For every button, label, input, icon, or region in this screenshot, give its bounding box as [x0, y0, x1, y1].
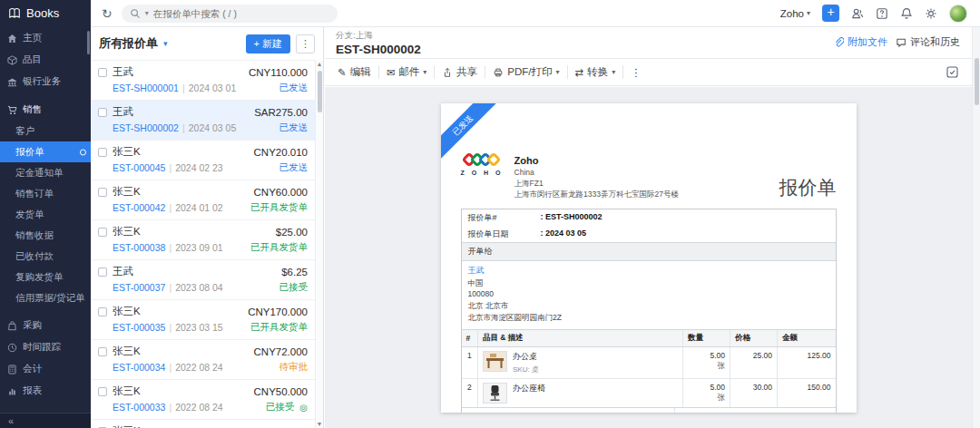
list-item[interactable]: 张三KCNY20.010 EST-000045|2024 02 23已发送	[91, 140, 315, 180]
bank-icon	[7, 77, 17, 87]
sidebar-item-label: 报表	[23, 384, 42, 397]
sidebar-collapse-button[interactable]: «	[0, 413, 91, 428]
sidebar-item-accountant[interactable]: 会计	[0, 358, 91, 380]
list-filter-caret-icon[interactable]: ▾	[163, 39, 168, 48]
convert-label: 转换	[587, 65, 608, 79]
estimate-number-link[interactable]: EST-SH000001	[113, 83, 179, 93]
row-checkbox[interactable]	[98, 387, 107, 396]
sidebar-item-customers[interactable]: 客户	[0, 121, 91, 141]
row-checkbox[interactable]	[98, 347, 107, 356]
side-panel-toggle-button[interactable]	[944, 64, 960, 81]
quick-create-button[interactable]: +	[822, 5, 839, 22]
comments-history-button[interactable]: 评论和历史	[896, 35, 960, 49]
list-item[interactable]: 张三KCNY180.000 EST-000032|2022 04 24已开具发货…	[91, 419, 315, 428]
estimate-number-link[interactable]: EST-000042	[113, 202, 165, 213]
sidebar-item-credit-notes[interactable]: 信用票据/贷记单	[0, 287, 91, 308]
help-icon[interactable]	[876, 7, 888, 20]
row-checkbox[interactable]	[98, 228, 107, 237]
window-scrollbar[interactable]	[972, 27, 980, 428]
sidebar-item-reports[interactable]: 报表	[0, 380, 91, 402]
separator: |	[169, 242, 172, 253]
separator: |	[169, 162, 172, 173]
sidebar-item-sales-orders[interactable]: 销售订单	[0, 183, 91, 204]
customer-name-link[interactable]: 王武	[468, 265, 829, 277]
row-checkbox[interactable]	[98, 188, 107, 197]
estimate-number-link[interactable]: EST-000045	[113, 162, 165, 173]
book-icon	[8, 7, 21, 20]
notifications-bell-icon[interactable]	[900, 7, 913, 20]
sidebar-item-label: 销售	[23, 103, 42, 116]
attach-file-button[interactable]: 附加文件	[833, 35, 887, 49]
convert-button[interactable]: ⇄转换▾	[570, 63, 622, 82]
row-checkbox[interactable]	[98, 108, 107, 117]
estimate-number-link[interactable]: EST-000037	[113, 282, 165, 293]
sidebar-scrollbar[interactable]	[87, 31, 90, 54]
sidebar-item-sales[interactable]: 销售	[0, 99, 91, 121]
app-logo[interactable]: Books	[0, 0, 91, 27]
sidebar-item-time-tracking[interactable]: 时间跟踪	[0, 336, 91, 358]
search-bar[interactable]: ▾	[122, 5, 338, 23]
chevron-down-icon: ▾	[423, 68, 426, 76]
estimate-number-link[interactable]: EST-000034	[113, 362, 165, 373]
list-title[interactable]: 所有报价单	[99, 35, 158, 52]
sidebar-item-estimates[interactable]: 报价单	[0, 141, 91, 162]
company-info: Zoho China 上海FZ1 上海市闵行区新龙路1333弄万科七宝国际27号…	[514, 154, 679, 200]
sidebar-item-purchases[interactable]: 采购	[0, 315, 91, 336]
list-item[interactable]: 王武CNY110.000 EST-SH000001|2024 03 01已发送	[91, 60, 315, 100]
users-icon[interactable]	[851, 7, 864, 20]
sidebar-item-retainer-invoices[interactable]: 定金通知单	[0, 162, 91, 183]
scroll-up-icon[interactable]: ▲	[316, 61, 323, 67]
top-bar: Books ↻ ▾ Zoho▾ +	[0, 0, 980, 27]
estimates-list-panel: 所有报价单 ▾ + 新建 ⋮ 王武CNY110.000 EST-SH000001…	[91, 27, 324, 428]
subtotal-value: 275.00	[777, 412, 829, 413]
list-item[interactable]: 张三KCNY50.000 EST-000033|2022 08 24已接受◎	[91, 379, 315, 419]
estimate-number-link[interactable]: EST-000033	[113, 402, 165, 413]
pdf-print-button[interactable]: PDF/打印▾	[487, 63, 564, 82]
sidebar-item-items[interactable]: 品目	[0, 49, 91, 71]
user-avatar[interactable]	[949, 5, 967, 23]
cube-icon	[7, 55, 17, 65]
list-more-menu-button[interactable]: ⋮	[296, 34, 315, 54]
toolbar-divider	[622, 65, 623, 79]
sidebar-item-banking[interactable]: 银行业务	[0, 71, 91, 92]
row-checkbox[interactable]	[98, 307, 107, 316]
sidebar-item-invoices[interactable]: 发货单	[0, 204, 91, 225]
org-selector[interactable]: Zoho▾	[780, 8, 810, 19]
more-actions-button[interactable]: ⋮	[625, 63, 647, 82]
comments-history-label: 评论和历史	[910, 35, 960, 49]
sidebar-item-payments-received[interactable]: 已收付款	[0, 246, 91, 267]
search-input[interactable]	[153, 8, 308, 19]
mail-button[interactable]: ✉邮件▾	[381, 63, 433, 82]
list-item[interactable]: 张三K$25.00 EST-000038|2023 09 01已开具发货单	[91, 219, 315, 259]
row-checkbox[interactable]	[98, 68, 107, 77]
refresh-icon[interactable]: ↻	[102, 6, 113, 21]
list-scrollbar[interactable]: ▲ ▼	[315, 60, 323, 428]
edit-button[interactable]: ✎编辑	[332, 63, 377, 82]
window-scrollbar-thumb[interactable]	[975, 58, 979, 105]
estimate-number-label: 报价单#	[468, 212, 541, 224]
sidebar-item-sales-receipts[interactable]: 销售收据	[0, 225, 91, 246]
estimate-number-link[interactable]: EST-000038	[113, 242, 165, 253]
estimate-number-link[interactable]: EST-000035	[113, 322, 165, 333]
row-checkbox[interactable]	[98, 148, 107, 157]
search-icon	[130, 8, 141, 19]
sidebar-item-home[interactable]: 主页	[0, 27, 91, 49]
scroll-down-icon[interactable]: ▼	[316, 421, 323, 427]
eye-icon[interactable]: ◎	[299, 403, 308, 413]
list-item-selected[interactable]: 王武SAR275.00 EST-SH000002|2024 03 05已发送	[91, 100, 315, 140]
list-item[interactable]: 张三KCNY72.000 EST-000034|2022 08 24待审批	[91, 339, 315, 379]
new-estimate-button[interactable]: + 新建	[246, 34, 290, 54]
share-button[interactable]: 共享	[436, 63, 483, 82]
list-item[interactable]: 张三KCNY170.000 EST-000035|2023 03 15已开具发货…	[91, 299, 315, 339]
search-scope-caret-icon[interactable]: ▾	[145, 9, 149, 17]
list-item[interactable]: 王武$6.25 EST-000037|2023 08 04已接受	[91, 259, 315, 299]
date: 2024 02 23	[175, 162, 223, 173]
list-item[interactable]: 张三KCNY60.000 EST-000042|2024 01 02已开具发货单	[91, 180, 315, 219]
estimate-number-link[interactable]: EST-SH000002	[113, 122, 179, 133]
item-qty: 5.00	[688, 351, 725, 360]
row-checkbox[interactable]	[98, 268, 107, 277]
share-label: 共享	[456, 65, 477, 79]
list-scrollbar-thumb[interactable]	[318, 71, 322, 112]
settings-gear-icon[interactable]	[925, 7, 937, 20]
sidebar-item-recurring-invoices[interactable]: 复购发货单	[0, 267, 91, 287]
